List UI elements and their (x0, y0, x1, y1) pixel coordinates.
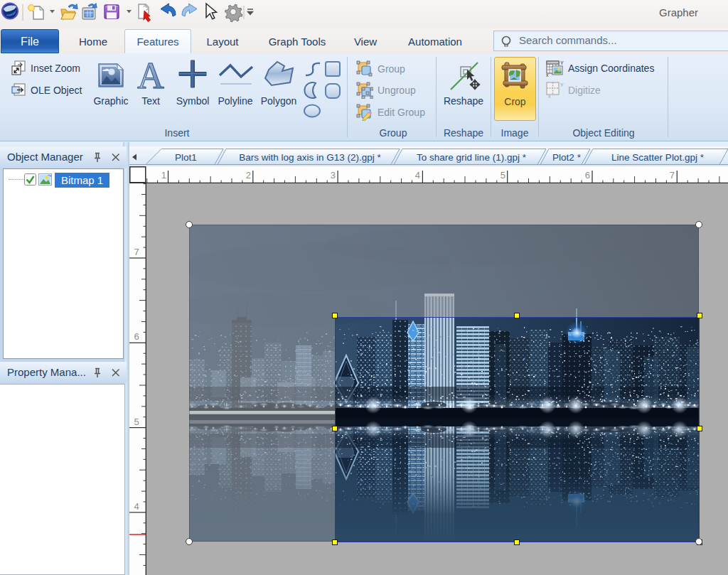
svg-text:5: 5 (500, 170, 505, 181)
svg-text:To share grid line (1).gpj *: To share grid line (1).gpj * (417, 152, 527, 163)
svg-text:Plot1: Plot1 (175, 152, 197, 163)
svg-text:Line Scatter Plot.gpj *: Line Scatter Plot.gpj * (611, 152, 705, 163)
svg-text:7: 7 (134, 247, 139, 257)
svg-text:6: 6 (585, 170, 590, 181)
svg-text:5: 5 (134, 417, 139, 427)
svg-text:x: x (548, 94, 551, 98)
svg-text:Bars with log axis in G13 (2).: Bars with log axis in G13 (2).gpj * (239, 152, 381, 163)
svg-text:4: 4 (415, 170, 420, 181)
svg-text:6: 6 (134, 331, 139, 342)
svg-text:Y: Y (560, 60, 564, 65)
svg-text:1: 1 (161, 170, 166, 181)
svg-text:A: A (137, 60, 164, 91)
svg-text:4: 4 (134, 501, 139, 512)
svg-text:Plot2 *: Plot2 * (552, 152, 582, 163)
svg-text:2: 2 (246, 170, 251, 181)
svg-text:Y: Y (560, 82, 564, 87)
svg-text:3: 3 (331, 170, 336, 181)
svg-text:7: 7 (670, 170, 675, 181)
svg-text:x: x (546, 72, 549, 77)
